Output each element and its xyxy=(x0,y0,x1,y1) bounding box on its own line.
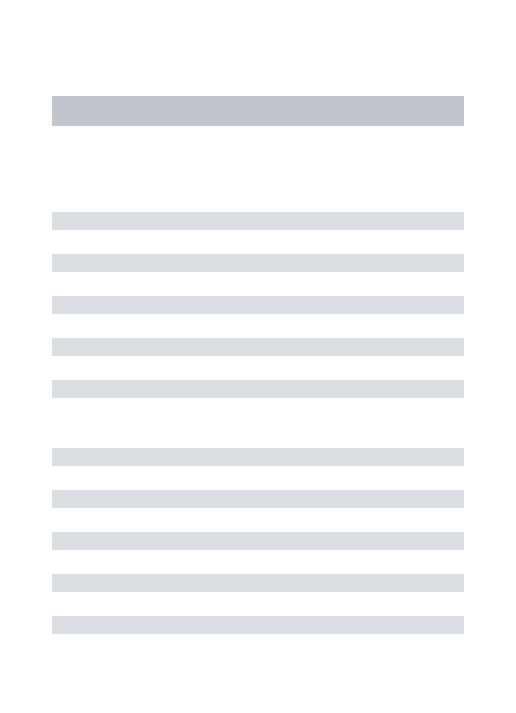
skeleton-line xyxy=(52,338,464,356)
skeleton-line xyxy=(52,490,464,508)
skeleton-line xyxy=(52,296,464,314)
skeleton-paragraph-1 xyxy=(52,212,464,398)
skeleton-line xyxy=(52,574,464,592)
skeleton-container xyxy=(0,0,516,634)
skeleton-line xyxy=(52,380,464,398)
skeleton-line xyxy=(52,212,464,230)
skeleton-title-bar xyxy=(52,96,464,126)
skeleton-line xyxy=(52,254,464,272)
skeleton-line xyxy=(52,616,464,634)
skeleton-line xyxy=(52,532,464,550)
skeleton-paragraph-2 xyxy=(52,448,464,634)
skeleton-line xyxy=(52,448,464,466)
